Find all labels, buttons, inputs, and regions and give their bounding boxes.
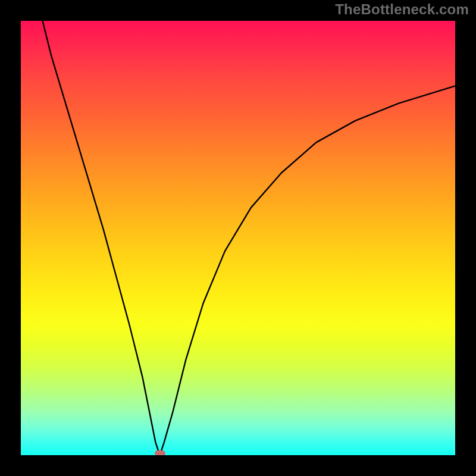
curve-path <box>43 21 456 455</box>
chart-frame: TheBottleneck.com <box>0 0 476 476</box>
watermark-text: TheBottleneck.com <box>335 1 469 18</box>
plot-area <box>21 21 455 455</box>
vertex-marker <box>155 450 165 455</box>
curve-svg <box>21 21 455 455</box>
